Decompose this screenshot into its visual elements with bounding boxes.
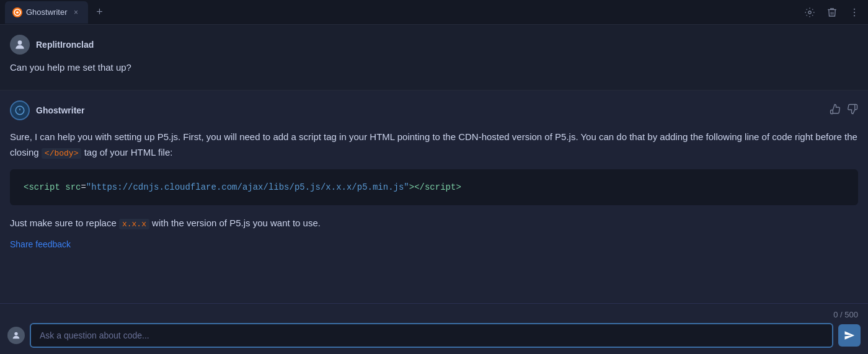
code-url-string: "https://cdnjs.cloudflare.com/ajax/libs/… bbox=[86, 182, 409, 192]
ai-avatar bbox=[10, 100, 30, 120]
user-name: ReplitIronclad bbox=[36, 40, 94, 50]
code-src-attr: src bbox=[65, 182, 81, 192]
chat-area: ReplitIronclad Can you help me set that … bbox=[0, 25, 868, 303]
ai-feedback-icons bbox=[830, 104, 858, 117]
tab-bar: Ghostwriter × + bbox=[0, 0, 868, 25]
char-count: 0 / 500 bbox=[833, 310, 858, 319]
code-close-bracket: > bbox=[456, 182, 461, 192]
code-script-tag: script bbox=[29, 182, 60, 192]
ai-footer-text: Just make sure to replace x.x.x with the… bbox=[10, 215, 858, 231]
ai-inline-closing-tag: </body> bbox=[42, 148, 82, 159]
svg-point-5 bbox=[18, 40, 22, 45]
user-avatar bbox=[10, 35, 30, 55]
bottom-bar: 0 / 500 bbox=[0, 303, 868, 354]
user-message: ReplitIronclad Can you help me set that … bbox=[0, 25, 868, 91]
more-icon[interactable] bbox=[846, 4, 863, 21]
share-feedback-link[interactable]: Share feedback bbox=[10, 239, 71, 249]
new-tab-button[interactable]: + bbox=[91, 4, 108, 21]
ai-message: Ghostwriter Sure, I can help y bbox=[0, 91, 868, 304]
input-avatar bbox=[7, 327, 25, 344]
tab-bar-left: Ghostwriter × + bbox=[5, 1, 108, 24]
tab-icon bbox=[12, 7, 22, 17]
ai-text-after-tag: tag of your HTML file: bbox=[81, 147, 172, 157]
user-header: ReplitIronclad bbox=[10, 35, 858, 55]
svg-point-7 bbox=[14, 332, 17, 335]
code-close-open: ></ bbox=[409, 182, 425, 192]
ai-header-left: Ghostwriter bbox=[10, 100, 85, 120]
send-button[interactable] bbox=[838, 324, 861, 347]
tab-close-button[interactable]: × bbox=[71, 7, 81, 17]
ghostwriter-tab[interactable]: Ghostwriter × bbox=[5, 1, 88, 24]
svg-point-2 bbox=[854, 8, 855, 9]
svg-point-4 bbox=[854, 15, 855, 16]
footer-inline-version: x.x.x bbox=[119, 219, 149, 229]
ai-response-text: Sure, I can help you with setting up P5.… bbox=[10, 129, 858, 161]
chat-input[interactable] bbox=[30, 323, 833, 348]
tab-label: Ghostwriter bbox=[26, 7, 67, 17]
footer-text-before: Just make sure to replace bbox=[10, 218, 119, 228]
thumbs-down-icon[interactable] bbox=[847, 104, 858, 117]
svg-point-3 bbox=[854, 11, 855, 12]
char-count-row: 0 / 500 bbox=[7, 310, 861, 319]
code-block: <script src="https://cdnjs.cloudflare.co… bbox=[10, 169, 858, 205]
thumbs-up-icon[interactable] bbox=[830, 104, 841, 117]
tab-bar-right bbox=[801, 4, 863, 21]
code-script-close-tag: script bbox=[425, 182, 456, 192]
ai-header: Ghostwriter bbox=[10, 100, 858, 120]
svg-point-1 bbox=[808, 11, 812, 14]
ai-name: Ghostwriter bbox=[36, 105, 85, 115]
footer-text-after: with the version of P5.js you want to us… bbox=[149, 218, 321, 228]
settings-icon[interactable] bbox=[801, 4, 818, 21]
user-text: Can you help me set that up? bbox=[10, 61, 858, 75]
trash-icon[interactable] bbox=[823, 4, 841, 21]
input-row bbox=[7, 323, 861, 348]
